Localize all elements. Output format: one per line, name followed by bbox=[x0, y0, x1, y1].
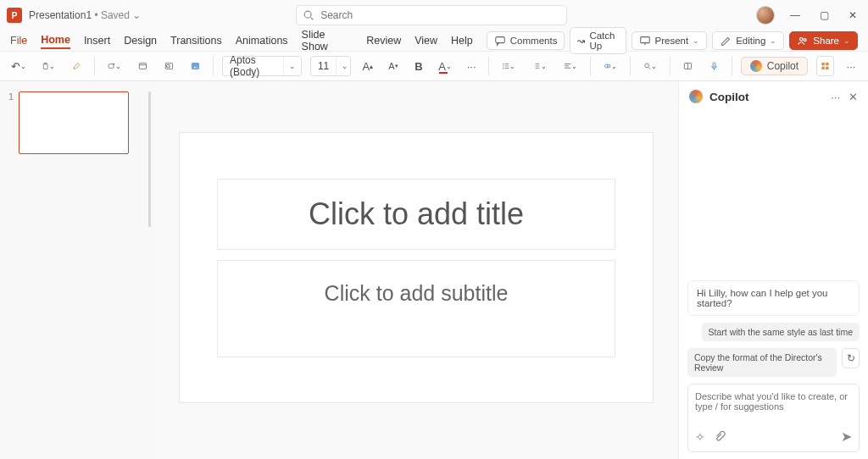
document-title[interactable]: Presentation1 • Saved ⌄ bbox=[29, 9, 141, 21]
divider bbox=[94, 57, 95, 75]
svg-line-33 bbox=[648, 67, 650, 69]
svg-rect-3 bbox=[640, 37, 649, 43]
window-close-button[interactable]: ✕ bbox=[844, 9, 861, 21]
decrease-font-button[interactable]: A▾ bbox=[385, 56, 402, 76]
paste-button[interactable]: ⌄ bbox=[37, 56, 59, 76]
search-input[interactable] bbox=[296, 5, 567, 25]
subtitle-placeholder[interactable]: Click to add subtitle bbox=[217, 260, 615, 357]
chevron-down-icon: ⌄ bbox=[336, 57, 353, 75]
present-label: Present bbox=[655, 36, 689, 46]
window-minimize-button[interactable]: — bbox=[787, 9, 804, 21]
share-label: Share bbox=[813, 36, 839, 46]
search-box[interactable] bbox=[296, 5, 567, 25]
menu-help[interactable]: Help bbox=[451, 33, 473, 48]
menu-insert[interactable]: Insert bbox=[84, 33, 110, 48]
menu-view[interactable]: View bbox=[415, 33, 437, 48]
undo-button[interactable]: ↶⌄ bbox=[8, 56, 29, 76]
copilot-pane-title: Copilot bbox=[709, 91, 749, 103]
dictate-button[interactable] bbox=[705, 56, 723, 76]
layout-button[interactable] bbox=[134, 56, 152, 76]
copilot-send-button[interactable]: ➤ bbox=[841, 429, 852, 445]
user-avatar[interactable] bbox=[756, 6, 775, 25]
reset-slide-button[interactable] bbox=[160, 56, 178, 76]
font-color-button[interactable]: A ⌄ bbox=[436, 56, 454, 76]
copilot-suggestion-1[interactable]: Start with the same style as last time bbox=[702, 323, 860, 341]
present-button[interactable]: Present ⌄ bbox=[632, 31, 708, 50]
copilot-ribbon-button[interactable]: Copilot bbox=[741, 57, 808, 75]
numbering-button[interactable]: ⌄ bbox=[528, 56, 550, 76]
new-slide-button[interactable]: ⌄ bbox=[103, 56, 125, 76]
font-family-selector[interactable]: Aptos (Body) ⌄ bbox=[222, 56, 302, 76]
picture-button[interactable] bbox=[186, 56, 204, 76]
copilot-input-box[interactable]: ✧ ➤ bbox=[687, 384, 860, 452]
copilot-close-button[interactable]: ✕ bbox=[849, 91, 858, 103]
window-maximize-button[interactable]: ▢ bbox=[815, 9, 832, 21]
slide-thumbnail-1[interactable] bbox=[19, 91, 129, 154]
menu-slide-show[interactable]: Slide Show bbox=[302, 27, 353, 54]
grid-view-button[interactable] bbox=[816, 56, 834, 76]
sparkle-icon[interactable]: ✧ bbox=[695, 430, 705, 444]
editing-mode-button[interactable]: Editing ⌄ bbox=[712, 31, 784, 50]
reset-icon bbox=[164, 60, 174, 72]
align-button[interactable]: ⌄ bbox=[559, 56, 581, 76]
svg-point-5 bbox=[800, 38, 804, 41]
increase-font-button[interactable]: A▴ bbox=[359, 56, 376, 76]
menu-transitions[interactable]: Transitions bbox=[170, 33, 222, 48]
copilot-refresh-button[interactable]: ↻ bbox=[842, 348, 860, 368]
share-button[interactable]: Share ⌄ bbox=[789, 31, 858, 50]
comments-button[interactable]: Comments bbox=[487, 31, 565, 50]
font-more-button[interactable]: ··· bbox=[463, 56, 480, 76]
svg-rect-41 bbox=[826, 67, 828, 69]
grid-icon bbox=[821, 60, 830, 72]
title-placeholder[interactable]: Click to add title bbox=[217, 179, 615, 250]
svg-rect-28 bbox=[565, 65, 569, 66]
copilot-text-input[interactable] bbox=[695, 391, 852, 420]
svg-rect-21 bbox=[504, 66, 509, 67]
font-family-value: Aptos (Body) bbox=[223, 54, 283, 78]
catch-up-button[interactable]: ↝ Catch Up bbox=[570, 27, 626, 54]
svg-point-22 bbox=[503, 68, 504, 69]
shapes-icon bbox=[604, 60, 611, 72]
slide-canvas[interactable]: Click to add title Click to add subtitle bbox=[179, 132, 654, 403]
document-name-text: Presentation1 bbox=[29, 9, 92, 21]
chevron-down-icon: ⌄ bbox=[283, 57, 301, 75]
divider bbox=[488, 57, 489, 75]
svg-rect-9 bbox=[108, 64, 114, 69]
picture-icon bbox=[191, 60, 200, 72]
numbering-icon bbox=[532, 60, 540, 72]
svg-rect-39 bbox=[826, 63, 828, 65]
copilot-suggestion-2[interactable]: Copy the format of the Director's Review bbox=[687, 348, 837, 377]
new-slide-icon bbox=[108, 60, 115, 72]
svg-rect-19 bbox=[504, 64, 509, 64]
menu-design[interactable]: Design bbox=[124, 33, 157, 48]
copilot-more-button[interactable]: ··· bbox=[831, 91, 840, 103]
catch-up-label: Catch Up bbox=[589, 30, 618, 51]
find-button[interactable]: ⌄ bbox=[639, 56, 661, 76]
svg-rect-2 bbox=[496, 37, 505, 43]
designer-button[interactable] bbox=[679, 56, 697, 76]
svg-point-17 bbox=[194, 65, 195, 66]
microphone-icon bbox=[709, 60, 719, 72]
svg-point-18 bbox=[503, 64, 504, 64]
menu-review[interactable]: Review bbox=[366, 33, 401, 48]
chevron-down-icon: ⌄ bbox=[770, 36, 776, 45]
menu-home[interactable]: Home bbox=[41, 32, 70, 49]
font-size-selector[interactable]: 11 ⌄ bbox=[310, 56, 351, 76]
menu-animations[interactable]: Animations bbox=[236, 33, 288, 48]
present-icon bbox=[639, 35, 651, 47]
clipboard-icon bbox=[42, 60, 49, 72]
thumbnail-scrollbar[interactable] bbox=[144, 81, 154, 459]
menu-file[interactable]: File bbox=[10, 33, 27, 48]
shapes-button[interactable]: ⌄ bbox=[599, 56, 621, 76]
svg-point-32 bbox=[645, 64, 649, 68]
svg-rect-36 bbox=[713, 63, 715, 67]
svg-rect-24 bbox=[536, 64, 540, 64]
ribbon-overflow-button[interactable]: ··· bbox=[843, 56, 860, 76]
attachment-icon[interactable] bbox=[714, 431, 726, 443]
format-painter-button[interactable] bbox=[68, 56, 86, 76]
divider bbox=[670, 57, 670, 75]
bullets-button[interactable]: ⌄ bbox=[498, 56, 520, 76]
svg-rect-15 bbox=[167, 65, 170, 68]
divider bbox=[630, 57, 631, 75]
bold-button[interactable]: B bbox=[410, 56, 427, 76]
